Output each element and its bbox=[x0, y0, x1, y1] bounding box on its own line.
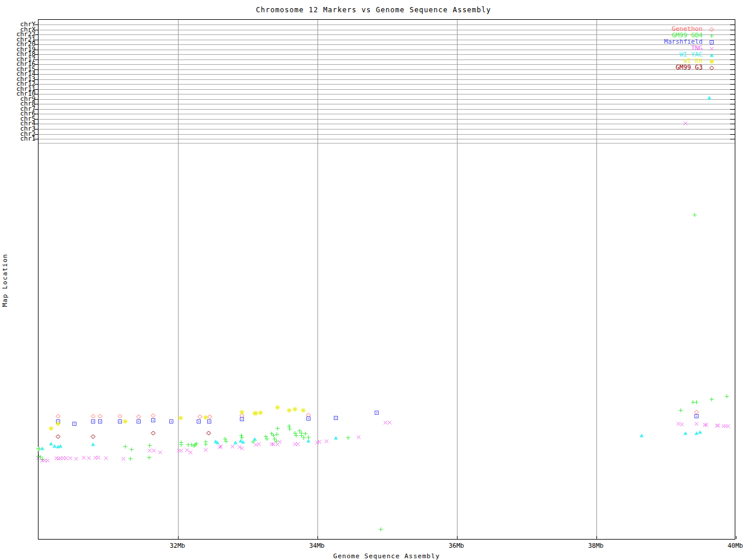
y-axis-title: Map Location bbox=[1, 144, 9, 418]
y-axis-tick bbox=[730, 104, 735, 104]
legend-item: WI RH bbox=[683, 55, 720, 61]
data-point bbox=[240, 439, 246, 444]
data-point bbox=[258, 410, 263, 415]
data-point bbox=[68, 456, 73, 461]
x-axis-tick-label: 40Mb bbox=[718, 542, 747, 550]
chromosome-row-line bbox=[39, 84, 735, 85]
data-point bbox=[374, 410, 379, 415]
chromosome-row-line bbox=[39, 34, 735, 35]
data-point bbox=[58, 443, 63, 449]
y-axis-tick bbox=[730, 60, 735, 60]
data-point bbox=[188, 450, 193, 455]
y-axis-tick bbox=[730, 89, 735, 90]
data-point bbox=[301, 408, 306, 413]
chart-title: Chromosome 12 Markers vs Genome Sequence… bbox=[0, 6, 747, 14]
data-point bbox=[697, 429, 703, 435]
data-point bbox=[90, 442, 96, 447]
chromosome-row-line bbox=[39, 114, 735, 114]
data-point bbox=[345, 435, 351, 440]
y-axis-tick bbox=[730, 94, 735, 94]
data-point bbox=[694, 414, 699, 419]
legend-label: GM99 G3 bbox=[676, 64, 703, 71]
x-axis-tick bbox=[457, 536, 458, 539]
data-point bbox=[683, 121, 688, 126]
data-point bbox=[694, 421, 699, 426]
data-point bbox=[324, 439, 329, 444]
data-point bbox=[277, 439, 282, 444]
chromosome-row-line bbox=[39, 44, 735, 45]
data-point bbox=[90, 414, 96, 419]
chromosome-row-line bbox=[39, 64, 735, 65]
data-point bbox=[333, 435, 338, 440]
data-point bbox=[151, 448, 156, 453]
gridline bbox=[457, 20, 458, 539]
data-point bbox=[317, 439, 322, 444]
data-point bbox=[40, 446, 45, 451]
data-point bbox=[196, 419, 201, 424]
data-point bbox=[169, 419, 174, 424]
data-point bbox=[725, 424, 731, 429]
chromosome-row-line bbox=[39, 60, 735, 60]
data-point bbox=[704, 422, 709, 428]
data-point bbox=[179, 442, 184, 447]
x-axis-tick-label: 36Mb bbox=[439, 542, 474, 550]
data-point bbox=[97, 414, 103, 419]
chromosome-row-line bbox=[39, 24, 735, 25]
y-axis-tick bbox=[730, 30, 735, 30]
chromosome-row-line bbox=[39, 109, 735, 110]
y-axis-tick bbox=[730, 124, 735, 124]
x-axis-tick bbox=[596, 536, 597, 539]
data-point bbox=[692, 212, 697, 218]
data-point bbox=[239, 416, 245, 422]
data-point bbox=[123, 419, 128, 424]
y-axis-tick bbox=[730, 139, 735, 139]
gridline bbox=[178, 20, 179, 539]
data-point bbox=[72, 421, 77, 426]
data-point bbox=[224, 439, 229, 444]
chromosome-row-line bbox=[39, 54, 735, 55]
chromosome-row-line bbox=[39, 134, 735, 135]
legend-item: GM99 G3 bbox=[676, 61, 720, 68]
chromosome-row-line bbox=[39, 129, 735, 130]
y-axis-tick bbox=[730, 24, 735, 25]
data-point bbox=[90, 434, 96, 439]
x-axis-tick-label: 38Mb bbox=[578, 542, 613, 550]
y-axis-tick bbox=[730, 50, 735, 50]
data-point bbox=[306, 438, 311, 443]
data-point bbox=[45, 458, 50, 463]
data-point bbox=[206, 430, 211, 436]
gridline bbox=[317, 20, 318, 539]
x-axis-tick bbox=[178, 536, 179, 539]
data-point bbox=[333, 415, 338, 421]
y-axis-tick bbox=[730, 69, 735, 70]
x-axis-tick-label: 32Mb bbox=[160, 542, 195, 550]
y-axis-tick bbox=[730, 34, 735, 35]
data-point bbox=[287, 408, 292, 413]
data-point bbox=[275, 405, 280, 410]
chromosome-row-label: chr1 bbox=[4, 136, 36, 142]
y-axis-tick bbox=[730, 54, 735, 55]
x-axis-tick bbox=[317, 536, 318, 539]
chromosome-row-line bbox=[39, 104, 735, 104]
plot-area: chrYchrXchr22chr21chr20chr19chr18chr17ch… bbox=[38, 19, 735, 540]
section-divider-line bbox=[39, 143, 735, 144]
y-axis-tick bbox=[730, 44, 735, 45]
data-point bbox=[81, 455, 86, 460]
data-point bbox=[55, 421, 61, 426]
data-point bbox=[387, 420, 392, 425]
data-point bbox=[256, 442, 261, 447]
chromosome-row-line bbox=[39, 89, 735, 90]
data-point bbox=[252, 436, 257, 442]
chromosome-row-line bbox=[39, 94, 735, 94]
y-axis-tick bbox=[730, 129, 735, 130]
chromosome-row-line bbox=[39, 99, 735, 100]
legend-marker-icon bbox=[703, 62, 720, 73]
data-point bbox=[103, 456, 109, 461]
data-point bbox=[264, 436, 270, 442]
y-axis-tick bbox=[730, 99, 735, 100]
chromosome-row-line bbox=[39, 30, 735, 30]
data-point bbox=[295, 442, 301, 447]
data-point bbox=[215, 440, 220, 445]
x-axis-tick-label: 34Mb bbox=[299, 542, 334, 550]
data-point bbox=[683, 430, 688, 436]
